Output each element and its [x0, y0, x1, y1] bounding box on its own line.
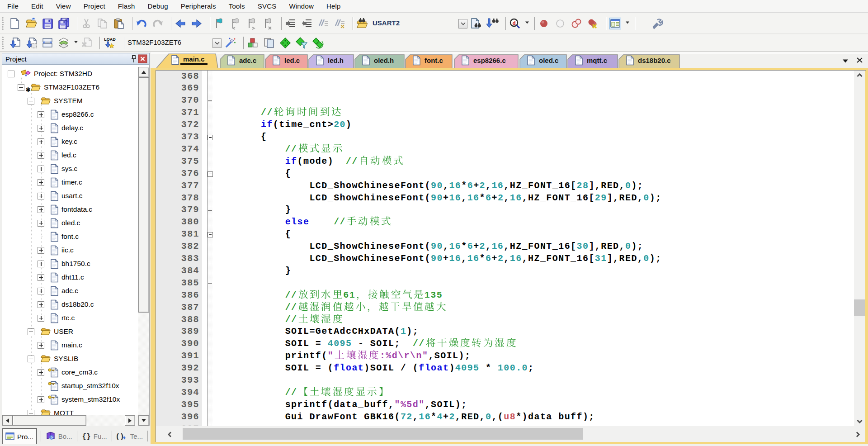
tree-item-user[interactable]: USER [2, 325, 73, 338]
editor-vscrollbar-thumb[interactable] [854, 299, 865, 316]
tab-list-icon[interactable] [843, 57, 849, 65]
toggle-bookmark-button[interactable] [213, 18, 225, 29]
menu-edit[interactable]: Edit [25, 0, 50, 12]
editor-scroll-left-icon[interactable] [168, 432, 172, 437]
editor-scroll-down-icon[interactable] [857, 419, 863, 423]
menu-window[interactable]: Window [283, 0, 320, 12]
expand-icon[interactable] [38, 247, 44, 254]
manage-rte-button[interactable] [247, 37, 259, 49]
stop-build-button[interactable] [80, 37, 92, 49]
tree-scroll-down-button[interactable] [138, 415, 149, 426]
pin-icon[interactable] [130, 55, 137, 66]
editor-vertical-scrollbar[interactable] [854, 71, 865, 426]
tree-item-key-c[interactable]: key.c [2, 135, 77, 148]
collapse-icon[interactable] [28, 410, 34, 416]
lookup-word-button[interactable]: d [509, 18, 521, 29]
code-editor[interactable]: 3683693703713723733743753763773783793803… [156, 71, 865, 426]
tree-item-startup-stm32f10x[interactable]: startup_stm32f10x [2, 379, 119, 393]
panel-tab-books[interactable]: ?Bo... [43, 428, 75, 444]
tree-item-main-c[interactable]: main.c [2, 338, 82, 352]
tree-item-led-c[interactable]: led.c [2, 148, 76, 162]
batch-build-button[interactable] [58, 37, 70, 49]
tree-item-mqtt[interactable]: MQTT [2, 406, 74, 415]
find-button[interactable] [470, 18, 482, 29]
expand-icon[interactable] [38, 315, 44, 322]
tree-item-oled-c[interactable]: oled.c [2, 216, 80, 230]
expand-icon[interactable] [38, 138, 44, 145]
expand-icon[interactable] [38, 301, 44, 308]
search-combo-value[interactable]: USART2 [373, 19, 400, 27]
project-windows-dropdown[interactable] [626, 21, 630, 24]
expand-icon[interactable] [38, 342, 44, 349]
translate-button[interactable] [9, 37, 21, 49]
copy-button[interactable] [97, 18, 108, 29]
expand-icon[interactable] [38, 274, 44, 281]
panel-tab-templates[interactable]: ()Te... [114, 428, 146, 444]
manage-project-items-button[interactable] [263, 37, 275, 49]
navigate-forward-button[interactable] [191, 18, 203, 29]
search-combo-dropdown[interactable] [458, 19, 467, 28]
kill-all-breakpoints-button[interactable] [587, 18, 599, 29]
tree-item-core-cm3-c[interactable]: core_cm3.c [2, 365, 98, 379]
expand-icon[interactable] [38, 396, 44, 403]
close-document-icon[interactable] [857, 57, 863, 65]
collapse-icon[interactable] [28, 356, 34, 362]
navigate-back-button[interactable] [175, 18, 186, 29]
panel-tab-functions[interactable]: {}Fu... [79, 428, 110, 444]
expand-icon[interactable] [38, 166, 44, 172]
target-select-value[interactable]: STM32F103ZET6 [127, 38, 181, 46]
editor-tab-oled-h[interactable]: oled.h [354, 54, 405, 68]
menu-svcs[interactable]: SVCS [251, 0, 283, 12]
lookup-word-dropdown[interactable] [525, 21, 529, 24]
undo-button[interactable] [136, 18, 147, 29]
tree-item-system-stm32f10x[interactable]: system_stm32f10x [2, 393, 120, 406]
target-select-dropdown[interactable] [212, 38, 222, 48]
previous-bookmark-button[interactable] [230, 18, 241, 29]
expand-icon[interactable] [38, 111, 44, 118]
editor-tab-led-h[interactable]: led.h [308, 54, 354, 68]
panel-tab-project[interactable]: Pro... [2, 428, 37, 444]
tree-item-fontdata-c[interactable]: fontdata.c [2, 203, 92, 216]
tree-scroll-right-button[interactable] [125, 415, 135, 426]
select-packs-button[interactable] [279, 37, 291, 49]
collapse-icon[interactable] [28, 328, 34, 335]
project-windows-button[interactable] [609, 18, 621, 29]
tree-hscrollbar-thumb[interactable] [13, 415, 86, 426]
menu-debug[interactable]: Debug [141, 0, 174, 12]
editor-scroll-up-icon[interactable] [857, 73, 863, 77]
expand-icon[interactable] [38, 125, 44, 132]
tree-item-syslib[interactable]: SYSLIB [2, 352, 78, 365]
paste-button[interactable] [113, 18, 125, 29]
expand-icon[interactable] [38, 179, 44, 186]
tree-item-iic-c[interactable]: iic.c [2, 243, 74, 257]
tree-item-bh1750-c[interactable]: bh1750.c [2, 257, 90, 270]
editor-tab-ds18b20-c[interactable]: ds18b20.c [618, 54, 680, 68]
tree-item-sys-c[interactable]: sys.c [2, 162, 77, 176]
editor-tab-led-c[interactable]: led.c [265, 54, 308, 68]
expand-icon[interactable] [38, 288, 44, 294]
editor-tab-main-c[interactable]: main.c [156, 53, 218, 68]
disable-all-breakpoints-button[interactable] [571, 18, 582, 29]
editor-tab-oled-c[interactable]: oled.c [519, 54, 567, 68]
editor-tab-mqtt-c[interactable]: mqtt.c [567, 54, 618, 68]
tree-item-usart-c[interactable]: usart.c [2, 189, 83, 203]
cut-button[interactable] [80, 18, 92, 29]
expand-icon[interactable] [38, 152, 44, 159]
rebuild-button[interactable] [42, 37, 53, 49]
incremental-find-button[interactable] [486, 18, 498, 29]
save-all-button[interactable] [58, 18, 70, 29]
batch-build-dropdown[interactable] [74, 40, 78, 43]
editor-tab-adc-c[interactable]: adc.c [220, 54, 264, 68]
collapse-icon[interactable] [18, 84, 24, 91]
next-bookmark-button[interactable] [246, 18, 258, 29]
tree-item-rtc-c[interactable]: rtc.c [2, 311, 75, 325]
expand-icon[interactable] [38, 193, 44, 199]
tree-item-timer-c[interactable]: timer.c [2, 176, 82, 189]
menu-help[interactable]: Help [320, 0, 347, 12]
tree-item-adc-c[interactable]: adc.c [2, 284, 78, 298]
tree-item-dht11-c[interactable]: dht11.c [2, 270, 84, 284]
editor-tab-esp8266-c[interactable]: esp8266.c [454, 54, 519, 68]
configure-button[interactable] [651, 18, 663, 29]
tree-item-font-c[interactable]: font.c [2, 230, 79, 243]
save-button[interactable] [42, 18, 53, 29]
